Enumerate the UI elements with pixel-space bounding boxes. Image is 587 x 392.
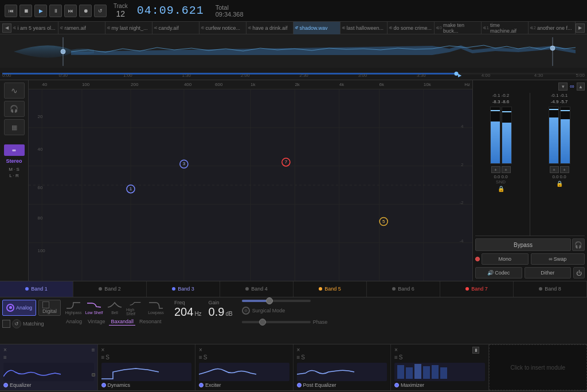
eq-snap-btn[interactable]: ▦ bbox=[4, 119, 25, 135]
track-item-10[interactable]: ×10make ten buck... bbox=[435, 22, 482, 34]
max-menu-icon: ≡ bbox=[394, 354, 398, 360]
svg-text:80: 80 bbox=[37, 215, 42, 221]
dither-button[interactable]: Dither bbox=[525, 267, 572, 279]
power-button[interactable]: ⏻ bbox=[573, 267, 585, 279]
band-tab-3[interactable]: Band 3 bbox=[147, 281, 220, 297]
resonant-subtype[interactable]: Resonant bbox=[138, 318, 163, 326]
track-item-4[interactable]: ×4candy.aif bbox=[152, 22, 199, 34]
module-peq-power[interactable] bbox=[297, 383, 302, 387]
band-tab-6[interactable]: Band 6 bbox=[367, 281, 440, 297]
track-item-1[interactable]: ×1i am 5 years ol... bbox=[11, 22, 58, 34]
meter-expand-btn[interactable]: ▲ bbox=[577, 83, 585, 91]
module-eq-close[interactable]: × bbox=[3, 347, 7, 353]
highpass-shape[interactable]: Highpass bbox=[64, 300, 83, 316]
vintage-subtype[interactable]: Vintage bbox=[86, 318, 107, 326]
track-item-11[interactable]: ×11time machine.aif bbox=[482, 22, 529, 34]
link-btn-l[interactable]: + bbox=[491, 166, 500, 173]
band-tab-7[interactable]: Band 7 bbox=[440, 281, 514, 297]
track-item-12[interactable]: ×12another one f... bbox=[529, 22, 576, 34]
module-dyn-close[interactable]: × bbox=[101, 347, 105, 353]
eq-listen-btn[interactable]: 🎧 bbox=[4, 101, 25, 117]
module-dynamics[interactable]: × ≡ S Dynamics bbox=[98, 344, 196, 390]
track-item-2[interactable]: ×2ramen.aif bbox=[58, 22, 105, 34]
module-max-thumbnail bbox=[394, 363, 485, 381]
module-dyn-power[interactable] bbox=[101, 383, 106, 387]
module-equalizer[interactable]: × ≡ ≡ Equalizer bbox=[0, 344, 98, 390]
band-tab-2[interactable]: Band 2 bbox=[73, 281, 147, 297]
bypass-button[interactable]: Bypass bbox=[475, 238, 571, 251]
module-exc-power[interactable] bbox=[199, 383, 204, 387]
baxandall-subtype[interactable]: Baxandall bbox=[109, 318, 135, 326]
module-max-pause[interactable]: ⏸ bbox=[472, 347, 479, 354]
module-exc-footer: Exciter bbox=[199, 382, 289, 388]
track-item-7[interactable]: ×7shadow.wav bbox=[294, 22, 341, 34]
track-item-5[interactable]: ×5curfew notice... bbox=[199, 22, 246, 34]
module-eq-footer: Equalizer bbox=[3, 382, 94, 388]
link-btn-r2[interactable]: + bbox=[560, 166, 569, 173]
play-button[interactable]: ▶ bbox=[34, 5, 47, 17]
module-exc-close[interactable]: × bbox=[199, 347, 202, 353]
bell-shape[interactable]: Bell bbox=[105, 300, 124, 316]
link-channels-btn[interactable]: ∞ bbox=[570, 83, 574, 91]
eq-graph[interactable]: 40 100 200 400 600 1k 2k 4k 6k 10k Hz bbox=[29, 80, 472, 281]
q-slider-thumb[interactable] bbox=[259, 319, 266, 326]
meter-l-bot2: 0.0 bbox=[502, 174, 508, 179]
band-tab-4[interactable]: Band 4 bbox=[220, 281, 294, 297]
eq-zoom-btn[interactable]: ∿ bbox=[4, 83, 25, 99]
module-post-eq[interactable]: × ≡ S Post Equalizer bbox=[294, 344, 392, 390]
track-nav-next[interactable]: ▶ bbox=[576, 23, 585, 33]
band-tab-8[interactable]: Band 8 bbox=[514, 281, 587, 297]
skip-back-button[interactable]: ⏮ bbox=[5, 5, 17, 17]
track-item-8[interactable]: ×8last halloween... bbox=[341, 22, 388, 34]
lowpass-shape[interactable]: Lowpass bbox=[147, 300, 165, 316]
time-label-100: 1:00 bbox=[123, 73, 132, 78]
reset-btn[interactable]: ↺ bbox=[12, 319, 21, 328]
band-tab-1[interactable]: Band 1 bbox=[0, 281, 73, 297]
band-controls-detail: Analog Digital ↺ Matching Highpass bbox=[0, 297, 587, 344]
timeline-progress[interactable] bbox=[2, 73, 456, 75]
link-btn-l2[interactable]: + bbox=[502, 166, 511, 173]
eq-expand-btn[interactable] bbox=[92, 373, 95, 377]
q-slider[interactable] bbox=[242, 321, 311, 323]
link-btn-r[interactable]: + bbox=[550, 166, 559, 173]
band-tab-5[interactable]: Band 5 bbox=[294, 281, 367, 297]
mono-button[interactable]: Mono bbox=[482, 253, 529, 265]
module-max-close[interactable]: × bbox=[394, 347, 398, 353]
surgical-toggle[interactable] bbox=[242, 307, 250, 315]
track-item-6[interactable]: ×6have a drink.aif bbox=[246, 22, 294, 34]
track-item-3[interactable]: ×3my last night_... bbox=[105, 22, 152, 34]
meter-l-mid1: -8.3 bbox=[492, 99, 500, 104]
freq-value[interactable]: 204 bbox=[174, 305, 193, 319]
stop-button[interactable]: ⏹ bbox=[19, 5, 32, 17]
band6-power-dot bbox=[392, 287, 396, 291]
matching-checkbox[interactable] bbox=[2, 320, 10, 328]
module-insert-slot[interactable]: Click to insert module bbox=[489, 344, 588, 390]
module-max-power[interactable] bbox=[394, 383, 399, 387]
gain-value[interactable]: 0.9 bbox=[209, 305, 225, 319]
insert-click-label: Click to insert module bbox=[494, 364, 582, 371]
skip-forward-button[interactable]: ⏭ bbox=[64, 5, 77, 17]
loop-button[interactable]: ↺ bbox=[94, 5, 107, 17]
bypass-headphone-btn[interactable]: 🎧 bbox=[572, 238, 585, 251]
module-maximizer[interactable]: × ⏸ ≡ S Maximizer bbox=[391, 344, 489, 390]
digital-btn[interactable]: Digital bbox=[38, 300, 61, 316]
track-nav-prev[interactable]: ◀ bbox=[2, 23, 11, 33]
max-settings-icon: S bbox=[399, 354, 403, 360]
analog-subtype[interactable]: Analog bbox=[64, 318, 84, 326]
module-peq-close[interactable]: × bbox=[297, 347, 300, 353]
stereo-badge[interactable]: ∞ bbox=[4, 144, 25, 156]
lowshelf-shape[interactable]: Low Shelf bbox=[85, 300, 103, 316]
module-dyn-icons: ≡ S bbox=[101, 354, 192, 360]
codec-button[interactable]: 🔊 Codec bbox=[475, 267, 522, 279]
highshelf-shape[interactable]: High Shelf bbox=[126, 300, 144, 316]
freq-slider-thumb[interactable] bbox=[266, 297, 273, 304]
analog-btn[interactable]: Analog bbox=[2, 300, 36, 316]
track-item-9[interactable]: ×9do some crime... bbox=[388, 22, 435, 34]
freq-slider[interactable] bbox=[242, 300, 311, 302]
swap-button[interactable]: ∞ Swap bbox=[531, 253, 585, 265]
record-button[interactable]: ⏺ bbox=[79, 5, 92, 17]
module-eq-power[interactable] bbox=[3, 383, 8, 387]
pause-button[interactable]: ⏸ bbox=[49, 5, 62, 17]
meter-menu-btn[interactable]: ▾ bbox=[558, 83, 568, 91]
module-exciter[interactable]: × ≡ S Exciter bbox=[195, 344, 294, 390]
